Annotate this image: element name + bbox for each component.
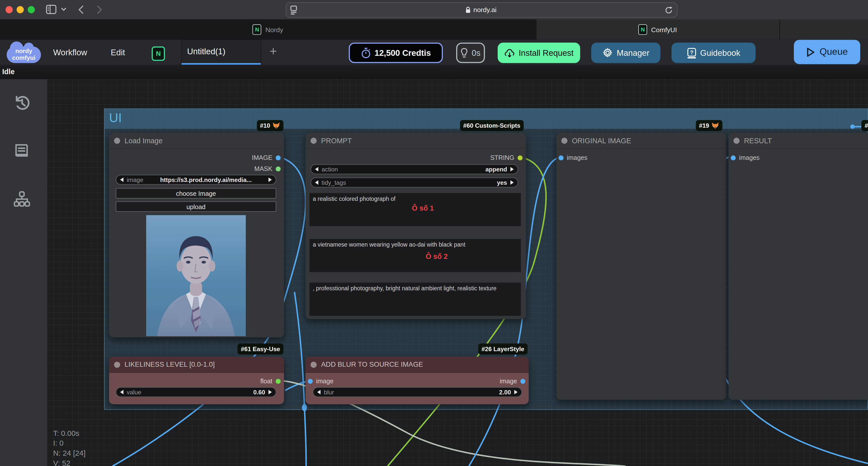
badge-result: # (862, 120, 868, 131)
collapse-dot[interactable] (310, 137, 316, 143)
choose-image-button[interactable]: choose Image (116, 188, 276, 199)
arrow-right-icon[interactable] (514, 390, 518, 394)
widget-tidy-tags[interactable]: tidy_tags yes (310, 177, 518, 188)
tab-label: Nordy (266, 26, 283, 33)
arrow-right-icon[interactable] (510, 167, 514, 171)
sidebar-toggle-icon[interactable] (46, 4, 57, 14)
output-float[interactable]: float (260, 377, 281, 385)
chevron-down-icon[interactable] (61, 7, 66, 11)
output-mask[interactable]: MASK (254, 165, 281, 173)
tab-nordy[interactable]: N Nordy (0, 19, 536, 40)
node-load-image[interactable]: Load Image IMAGE MASK image https://s3.p… (109, 133, 284, 337)
widget-value[interactable]: value 0.60 (116, 387, 276, 397)
manager-label: Manager (617, 48, 649, 57)
new-workflow-button[interactable]: + (270, 44, 277, 59)
node-load-image-header[interactable]: Load Image (109, 133, 284, 149)
reroute-dot[interactable] (302, 404, 307, 411)
svg-text:?: ? (690, 49, 693, 55)
node-original-image-header[interactable]: ORIGINAL IMAGE (556, 133, 726, 149)
collapse-dot[interactable] (310, 361, 316, 367)
node-likeliness-header[interactable]: LIKELINESS LEVEL [0.0-1.0] (109, 357, 284, 373)
output-image[interactable]: image (500, 377, 525, 385)
port-dot-image-in[interactable] (308, 378, 313, 384)
arrow-right-icon[interactable] (269, 177, 272, 182)
lightbulb-icon (461, 47, 468, 58)
collapse-dot[interactable] (114, 137, 120, 143)
node-prompt-header[interactable]: PROMPT (306, 133, 526, 149)
arrow-left-icon[interactable] (317, 390, 320, 394)
credits-pill[interactable]: 12,500 Credtis (349, 42, 443, 63)
arrow-left-icon[interactable] (120, 390, 123, 394)
input-images[interactable]: images (559, 154, 587, 162)
node-add-blur-header[interactable]: ADD BLUR TO SOURCE IMAGE (306, 357, 529, 373)
node-prompt[interactable]: PROMPT STRING action append tidy_tags ye… (306, 133, 526, 319)
prompt-textarea-1[interactable]: a realistic colored photograph of Ô số 1 (309, 193, 521, 226)
stat-time: T: 0.00s (53, 429, 86, 439)
manager-button[interactable]: Manager (591, 42, 660, 63)
nordy-comfyui-logo[interactable]: nordy comfyui (4, 41, 43, 64)
port-dot-image-out[interactable] (520, 378, 525, 384)
history-button[interactable] (10, 92, 33, 114)
tab-comfyui[interactable]: N ComfyUI (536, 19, 779, 40)
minimize-window-button[interactable] (17, 6, 24, 13)
arrow-left-icon[interactable] (315, 167, 318, 171)
guidebook-button[interactable]: ? Guidebook (672, 42, 755, 63)
queue-button[interactable]: Queue (794, 40, 860, 64)
arrow-left-icon[interactable] (315, 180, 318, 185)
stopwatch-icon (361, 47, 371, 58)
history-icon (11, 92, 32, 113)
address-bar[interactable]: nordy.ai (285, 2, 678, 18)
arrow-left-icon[interactable] (120, 177, 123, 182)
status-text: Idle (2, 67, 14, 76)
port-dot-string[interactable] (518, 155, 523, 160)
notebook-button[interactable] (10, 140, 33, 162)
stat-version: V: 52 (53, 459, 86, 466)
widget-action[interactable]: action append (310, 164, 518, 174)
port-dot-images[interactable] (559, 155, 564, 160)
nordy-favicon: N (253, 24, 261, 35)
arrow-right-icon[interactable] (510, 180, 514, 185)
back-icon[interactable] (78, 5, 84, 14)
queue-label: Queue (819, 46, 848, 58)
input-image[interactable]: image (308, 377, 333, 385)
node-result-header[interactable]: RESULT (728, 133, 868, 149)
fox-icon (273, 122, 280, 129)
input-images[interactable]: images (731, 154, 760, 162)
menu-workflow[interactable]: Workflow (53, 47, 87, 57)
close-window-button[interactable] (5, 6, 13, 13)
prompt-textarea-2[interactable]: a vietnamese women wearing yellow ao-dai… (309, 239, 521, 272)
install-request-button[interactable]: Install Request (498, 42, 580, 63)
node-likeliness-level[interactable]: LIKELINESS LEVEL [0.0-1.0] float value 0… (109, 357, 284, 404)
timer-pill[interactable]: 0s (456, 42, 485, 63)
port-dot-mask[interactable] (276, 166, 281, 171)
reload-icon[interactable] (665, 6, 673, 14)
port-dot-image[interactable] (276, 155, 281, 160)
node-add-blur[interactable]: ADD BLUR TO SOURCE IMAGE image image blu… (306, 357, 529, 404)
workflow-tab-untitled[interactable]: Untitled(1) (181, 40, 261, 65)
port-dot-images[interactable] (731, 155, 736, 160)
collapse-dot[interactable] (561, 137, 567, 143)
widget-image[interactable]: image https://s3.prod.nordy.ai/media... (116, 175, 276, 185)
output-image[interactable]: IMAGE (252, 154, 281, 162)
guidebook-label: Guidebook (700, 48, 740, 57)
output-string[interactable]: STRING (490, 154, 523, 162)
collapse-dot[interactable] (114, 361, 120, 367)
workflow-tree-button[interactable] (10, 188, 33, 210)
widget-blur[interactable]: blur 2.00 (313, 387, 522, 397)
node-canvas[interactable]: UI #10 #60 Custom-Scripts #19 (47, 79, 868, 466)
node-original-image[interactable]: ORIGINAL IMAGE images (556, 133, 726, 400)
node-title: ORIGINAL IMAGE (572, 136, 631, 144)
port-dot-float[interactable] (276, 378, 281, 384)
collapse-dot[interactable] (734, 137, 739, 143)
zoom-window-button[interactable] (28, 6, 35, 13)
upload-button[interactable]: upload (116, 201, 276, 212)
forward-icon[interactable] (96, 5, 102, 14)
n-badge[interactable]: N (152, 46, 165, 61)
prompt-textarea-3[interactable]: , professtional photography, bright natu… (309, 282, 521, 316)
lock-icon (466, 6, 471, 13)
menu-edit[interactable]: Edit (111, 47, 125, 57)
page-settings-icon[interactable] (290, 5, 298, 14)
guidebook-icon: ? (687, 47, 696, 58)
arrow-right-icon[interactable] (269, 390, 272, 394)
node-result[interactable]: RESULT images (728, 133, 868, 400)
